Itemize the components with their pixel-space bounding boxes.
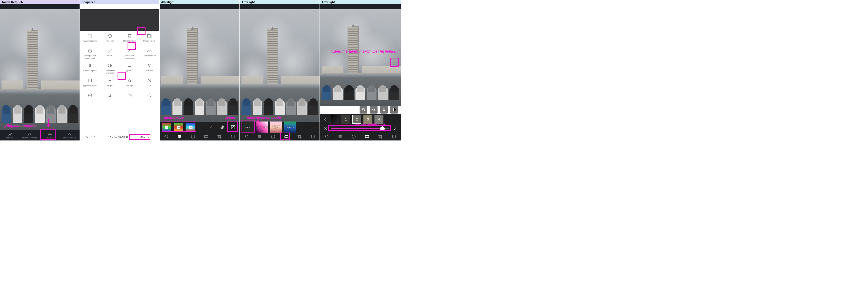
snapseed-tool[interactable]: Поворот [100, 31, 120, 46]
rotate-icon[interactable] [360, 106, 367, 113]
snapseed-tool[interactable] [120, 90, 140, 105]
brush-icon[interactable] [208, 123, 215, 131]
snapseed-tool[interactable]: Ретро [100, 75, 120, 90]
snapseed-tool[interactable]: Тональный контраст [100, 61, 120, 75]
confirm-button[interactable]: ✓ [392, 126, 398, 132]
snapseed-tool[interactable]: Выборочная коррекция [80, 46, 100, 61]
tool-icon [87, 62, 93, 69]
svg-point-38 [352, 135, 355, 138]
frames-icon[interactable] [390, 133, 398, 140]
tools-grid: КадрированиеПоворотПерспективаРасширение… [80, 31, 159, 133]
color-highlights[interactable]: H [162, 123, 171, 132]
snapseed-tool[interactable]: Блеск софита [80, 61, 100, 75]
back-button[interactable] [322, 115, 328, 124]
filter-dusty[interactable]: DUSTY [243, 122, 254, 133]
filter-lightleak[interactable]: LIGHT LEAK [256, 122, 268, 133]
textures-icon[interactable] [283, 133, 290, 140]
snapseed-tool[interactable]: Grunge [120, 75, 140, 90]
frames-icon[interactable] [229, 133, 237, 140]
snapseed-tool[interactable]: Расширение [140, 31, 159, 46]
tool-icon [146, 33, 153, 39]
svg-point-9 [90, 80, 91, 80]
snapseed-tool[interactable] [100, 90, 120, 105]
photo-canvas[interactable] [320, 9, 401, 106]
variant-4[interactable]: 4 [374, 115, 383, 124]
opacity-slider[interactable] [331, 128, 389, 129]
cancel-button[interactable]: ✕ [322, 126, 329, 132]
color-midtones[interactable]: M [174, 123, 183, 132]
textures-icon[interactable] [363, 133, 371, 140]
tool-quick-repair[interactable]: БЫСТРЫЕ ПРАВКИ [20, 130, 40, 140]
tool-icon [106, 47, 113, 54]
filters-icon[interactable] [189, 133, 197, 140]
svg-point-22 [232, 127, 233, 128]
flip-v-icon[interactable] [380, 106, 388, 113]
tool-label: ОБЪЕКТЫ [6, 137, 14, 139]
snapseed-tool[interactable]: Кисть [100, 46, 120, 61]
flip-h-icon[interactable] [370, 106, 377, 113]
tool-clone[interactable]: КЛОНИРОВАНИЕ [60, 130, 80, 140]
snapseed-tool[interactable]: Ч/б [140, 75, 159, 90]
svg-rect-6 [89, 79, 91, 82]
snapseed-tool[interactable]: Кадрирование [80, 31, 100, 46]
snapseed-preview[interactable] [80, 9, 159, 31]
svg-point-23 [234, 128, 234, 128]
filters-icon[interactable] [269, 133, 277, 140]
photo-canvas[interactable] [0, 9, 80, 130]
variant-2[interactable]: 2 [352, 115, 361, 124]
slider-knob[interactable] [380, 126, 385, 131]
adjust-icon[interactable] [176, 133, 184, 140]
tab-styles[interactable]: СТИЛИ [86, 135, 95, 138]
svg-rect-0 [28, 133, 32, 136]
tool-icon [126, 62, 133, 69]
invert-icon[interactable] [391, 106, 398, 113]
undo-icon[interactable] [323, 133, 331, 140]
svg-point-27 [179, 137, 180, 138]
variant-3[interactable]: 3 [364, 115, 372, 124]
stamp-icon [67, 132, 72, 137]
variant-none[interactable] [330, 115, 339, 124]
crop-icon[interactable] [376, 133, 384, 140]
snapseed-tool[interactable]: Точечная коррекция [120, 46, 140, 61]
tool-lines[interactable]: ЛИНИИ [40, 130, 60, 140]
tool-icon [146, 62, 153, 69]
color-shadows[interactable]: S [186, 123, 195, 132]
frames-icon[interactable] [309, 133, 317, 140]
snapseed-tool[interactable]: Эффект HDR [140, 46, 159, 61]
crop-icon[interactable] [216, 133, 223, 140]
texture-transform-row [320, 106, 401, 113]
snapseed-tool[interactable] [140, 90, 159, 105]
status-bar [160, 4, 240, 9]
photo-canvas[interactable] [160, 9, 240, 122]
vignette-icon[interactable] [218, 123, 226, 131]
tool-label: Ретро [107, 85, 113, 87]
snapseed-tool[interactable]: Крупное зерно [80, 75, 100, 90]
tool-label: Кисть [107, 55, 113, 57]
tool-label: Grunge [126, 85, 133, 87]
filters-icon[interactable] [350, 133, 358, 140]
snapseed-tool[interactable] [80, 90, 100, 105]
filter-instantfilm[interactable]: INSTANT FILM [270, 122, 282, 133]
panel-title: Afterlight [320, 0, 401, 4]
textures-icon[interactable] [202, 133, 210, 140]
snapseed-tool[interactable]: Винтаж [140, 61, 159, 75]
panel-afterlight-1: Afterlight H M S [159, 0, 240, 140]
tool-icon [87, 47, 93, 54]
undo-icon[interactable] [162, 133, 170, 140]
tool-objects[interactable]: ОБЪЕКТЫ [0, 130, 20, 140]
adjust-icon[interactable] [256, 133, 264, 140]
variant-1[interactable]: 1 [341, 115, 350, 124]
photo-canvas[interactable] [240, 9, 319, 122]
snapseed-tool[interactable]: Перспектива [120, 31, 140, 46]
tool-label: Ч/б [148, 85, 151, 87]
adjust-icon[interactable] [336, 133, 344, 140]
grain-icon[interactable] [229, 123, 237, 131]
filter-wander[interactable]: WANDER [284, 122, 296, 133]
tab-tools[interactable]: ИНСТ…МЕНТЫ [108, 135, 128, 138]
tab-export[interactable]: ЭКСПОРТ [140, 135, 153, 138]
snapseed-tool[interactable]: Драма [120, 61, 140, 75]
crop-icon[interactable] [296, 133, 303, 140]
svg-point-3 [128, 52, 129, 52]
undo-icon[interactable] [243, 133, 250, 140]
tool-label: Тональный контраст [100, 70, 119, 74]
